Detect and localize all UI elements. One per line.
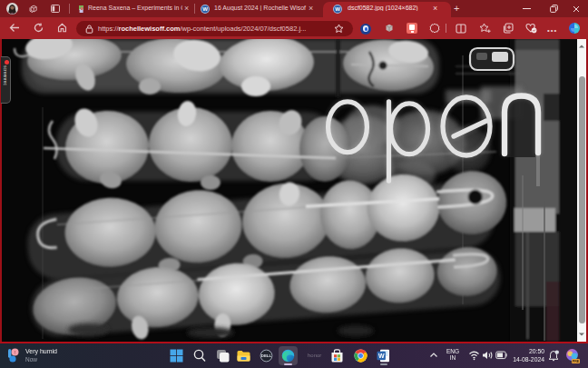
svg-text:DELL: DELL [261, 353, 272, 358]
svg-text:PRE: PRE [573, 360, 580, 363]
svg-text:W: W [378, 353, 385, 359]
